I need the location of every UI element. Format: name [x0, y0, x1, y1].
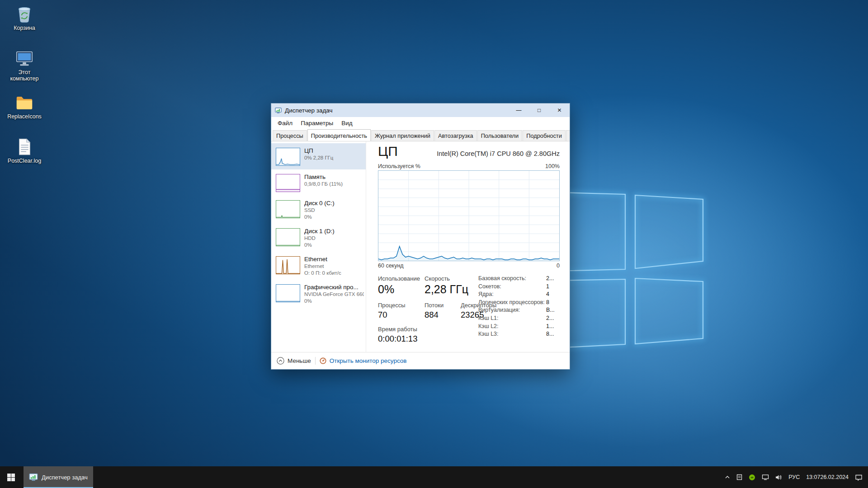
log-file-icon: [15, 137, 34, 156]
sidebar-item-subtitle2: 0%: [304, 242, 335, 249]
desktop-icon-label: PostClear.log: [8, 158, 41, 164]
tab-services[interactable]: Службы: [566, 130, 570, 141]
windows-logo-icon: [7, 474, 15, 481]
task-manager-app-icon: [275, 107, 282, 114]
resource-monitor-icon: [320, 357, 326, 364]
sidebar-item-disk1[interactable]: Диск 1 (D:) HDD 0%: [271, 224, 366, 252]
sidebar-item-subtitle: 0,9/8,0 ГБ (11%): [304, 181, 343, 188]
nvidia-settings-tray-button[interactable]: [749, 474, 755, 481]
window-footer: Меньше Открыть монитор ресурсов: [271, 352, 570, 369]
menu-view[interactable]: Вид: [337, 118, 356, 128]
desktop-icon-label: Этот компьютер: [4, 69, 45, 82]
sidebar-item-disk0[interactable]: Диск 0 (C:) SSD 0%: [271, 196, 366, 224]
minimize-button[interactable]: —: [509, 103, 529, 117]
usage-label: Использование: [378, 275, 425, 282]
tab-bar: Процессы Производительность Журнал прило…: [271, 129, 570, 141]
chart-gridlines: [378, 171, 559, 261]
desktop-icon-label: Корзина: [14, 25, 35, 31]
sidebar-item-subtitle: Ethernet: [304, 263, 341, 270]
cpu-details: Базовая скорость:2... Сокетов:1 Ядра:4 Л…: [478, 275, 560, 352]
detail-row: Базовая скорость:2...: [478, 275, 560, 283]
sidebar-item-memory[interactable]: Память 0,9/8,0 ГБ (11%): [271, 169, 366, 196]
sidebar-item-subtitle: 0% 2,28 ГГц: [304, 155, 333, 161]
sidebar-item-title: Диск 0 (C:): [304, 199, 335, 207]
chart-x-right: 0: [557, 263, 560, 269]
sidebar-item-subtitle2: О: 0 П: 0 кбит/с: [304, 270, 341, 277]
taskbar-clock[interactable]: 13:07 26.02.2024: [806, 474, 849, 481]
cpu-model-name: Intel(R) Core(TM) i7 CPU 860 @ 2.80GHz: [437, 150, 560, 160]
sidebar-item-title: Ethernet: [304, 255, 341, 263]
clock-time: 13:07: [806, 474, 820, 481]
network-tray-button[interactable]: [762, 474, 769, 480]
chevron-up-icon: [725, 475, 730, 479]
notification-icon: [855, 474, 863, 481]
tab-processes[interactable]: Процессы: [273, 130, 307, 141]
tab-startup[interactable]: Автозагрузка: [434, 130, 477, 141]
window-titlebar[interactable]: Диспетчер задач — □ ✕: [271, 103, 570, 117]
threads-label: Потоки: [425, 301, 461, 309]
detail-row: Кэш L2:1...: [478, 323, 560, 331]
tab-app-history[interactable]: Журнал приложений: [371, 130, 434, 141]
desktop-icon-column: Корзина Этот компьютер ReplaceIcons Post…: [4, 5, 45, 179]
cpu-heading: ЦП: [378, 143, 398, 160]
document-tray-icon: [736, 474, 742, 480]
task-manager-window: Диспетчер задач — □ ✕ Файл Параметры Вид…: [271, 103, 570, 370]
sidebar-item-title: Память: [304, 173, 343, 181]
speaker-icon: [775, 474, 782, 480]
show-hidden-icons-button[interactable]: [725, 475, 730, 479]
clock-date: 26.02.2024: [820, 474, 849, 481]
tab-performance[interactable]: Производительность: [307, 129, 371, 141]
fewer-details-button[interactable]: Меньше: [277, 357, 311, 365]
detail-row: Кэш L3:8...: [478, 330, 560, 338]
cpu-panel: ЦП Intel(R) Core(TM) i7 CPU 860 @ 2.80GH…: [366, 141, 570, 352]
action-center-button[interactable]: [855, 474, 863, 481]
performance-content: ЦП 0% 2,28 ГГц Память 0,9/8,0 ГБ (11%): [271, 141, 570, 352]
detail-row: Логических процессоров:8: [478, 299, 560, 307]
ethernet-network-icon: [762, 474, 769, 480]
usage-value: 0%: [378, 282, 425, 296]
menu-options[interactable]: Параметры: [297, 118, 337, 128]
taskbar-app-task-manager[interactable]: Диспетчер задач: [24, 466, 93, 488]
chart-y-max: 100%: [545, 163, 560, 169]
language-indicator[interactable]: РУС: [788, 474, 800, 480]
tab-users[interactable]: Пользователи: [477, 130, 523, 141]
sidebar-item-title: ЦП: [304, 147, 333, 155]
sidebar-item-title: Диск 1 (D:): [304, 227, 335, 235]
cpu-mini-graph: [276, 148, 300, 166]
sidebar-item-ethernet[interactable]: Ethernet Ethernet О: 0 П: 0 кбит/с: [271, 252, 366, 280]
chevron-up-circle-icon: [277, 357, 284, 365]
sidebar-item-subtitle: SSD: [304, 207, 335, 214]
menu-file[interactable]: Файл: [274, 118, 297, 128]
sidebar-item-subtitle2: 0%: [304, 298, 364, 305]
sidebar-item-subtitle: HDD: [304, 235, 335, 242]
desktop-icon-this-pc[interactable]: Этот компьютер: [4, 49, 45, 90]
system-tray: РУС 13:07 26.02.2024: [725, 466, 868, 488]
sidebar-item-subtitle: NVIDIA GeForce GTX 660...: [304, 291, 364, 298]
desktop-icon-postclear-log[interactable]: PostClear.log: [4, 137, 45, 179]
detail-row: Сокетов:1: [478, 283, 560, 291]
uptime-value: 0:00:01:13: [378, 333, 417, 344]
desktop-icon-recycle-bin[interactable]: Корзина: [4, 5, 45, 46]
sidebar-item-cpu[interactable]: ЦП 0% 2,28 ГГц: [271, 143, 366, 169]
threads-value: 884: [425, 309, 461, 320]
disk0-mini-graph: [276, 200, 300, 218]
maximize-button[interactable]: □: [529, 103, 549, 117]
tab-details[interactable]: Подробности: [523, 130, 566, 141]
volume-tray-button[interactable]: [775, 474, 782, 480]
close-button[interactable]: ✕: [549, 103, 570, 117]
sidebar-item-gpu[interactable]: Графический про... NVIDIA GeForce GTX 66…: [271, 280, 366, 308]
tray-app-icon[interactable]: [736, 474, 742, 480]
desktop-icon-replaceicons-folder[interactable]: ReplaceIcons: [4, 93, 45, 135]
menu-bar: Файл Параметры Вид: [271, 117, 570, 129]
ethernet-mini-graph: [276, 256, 300, 274]
open-resource-monitor-link[interactable]: Открыть монитор ресурсов: [320, 357, 407, 364]
processes-label: Процессы: [378, 301, 425, 309]
folder-icon: [15, 93, 34, 112]
speed-label: Скорость: [425, 275, 468, 282]
start-button[interactable]: [0, 466, 22, 488]
speed-value: 2,28 ГГц: [425, 282, 468, 296]
disk1-mini-graph: [276, 228, 300, 246]
detail-row: Кэш L1:2...: [478, 314, 560, 323]
window-title: Диспетчер задач: [285, 107, 333, 114]
taskbar: Диспетчер задач: [0, 466, 868, 488]
